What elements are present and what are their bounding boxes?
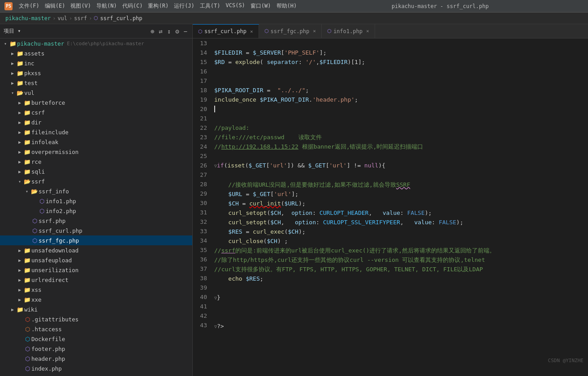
tree-item-ssrf-php[interactable]: ⬡ ssrf.php: [0, 216, 192, 226]
menu-refactor[interactable]: 重构(R): [148, 2, 169, 10]
tree-item-csrf[interactable]: ▶ 📁 csrf: [0, 107, 192, 117]
arrow-wiki: ▶: [9, 307, 16, 312]
tree-item-gitattributes[interactable]: ⬡ .gitattributes: [0, 314, 192, 324]
tree-item-dockerfile[interactable]: ⬡ Dockerfile: [0, 334, 192, 344]
code-line-41: [214, 303, 588, 312]
tree-item-ssrf[interactable]: ▾ 📂 ssrf: [0, 176, 192, 186]
folder-icon-test: 📁: [16, 80, 24, 86]
sidebar-collapse-icon[interactable]: ↕: [166, 27, 172, 36]
tree-label-vul: vul: [24, 90, 35, 96]
tree-label-ssrf-fgc: ssrf_fgc.php: [39, 237, 79, 244]
tree-item-footer[interactable]: ⬡ footer.php: [0, 344, 192, 354]
tree-label-info1: info1.php: [46, 198, 76, 205]
tree-item-info1[interactable]: ⬡ info1.php: [0, 196, 192, 206]
tab-ssrf-curl[interactable]: ⬡ ssrf_curl.php ×: [193, 24, 259, 38]
menu-tools[interactable]: 工具(T): [200, 2, 220, 10]
tree-item-vul[interactable]: ▾ 📂 vul: [0, 88, 192, 98]
breadcrumb-root[interactable]: pikachu-master: [5, 15, 51, 21]
tree-item-info2[interactable]: ⬡ info2.php: [0, 206, 192, 216]
folder-icon-urlredirect: 📁: [23, 277, 31, 283]
tree-item-xss[interactable]: ▶ 📁 xss: [0, 285, 192, 295]
sidebar-sync-icon[interactable]: ⇄: [157, 27, 164, 36]
menu-view[interactable]: 视图(V): [70, 2, 91, 10]
tree-item-ssrf-info[interactable]: ▾ 📂 ssrf_info: [0, 186, 192, 196]
tab-close-ssrf-fgc[interactable]: ×: [313, 28, 316, 34]
tree-item-burteforce[interactable]: ▶ 📁 burteforce: [0, 98, 192, 107]
menu-file[interactable]: 文件(F): [19, 2, 39, 10]
tree-item-index[interactable]: ⬡ index.php: [0, 363, 192, 373]
code-line-30: $CH = curl_init($URL);: [214, 199, 588, 208]
menu-window[interactable]: 窗口(W): [251, 2, 271, 10]
menu-code[interactable]: 代码(C): [122, 2, 143, 10]
tree-label-htaccess: .htaccess: [31, 326, 62, 333]
tree-label-urlredirect: urlredirect: [31, 277, 69, 283]
tree-item-infoleak[interactable]: ▶ 📁 infoleak: [0, 137, 192, 147]
tab-info1[interactable]: ⬡ info1.php ×: [322, 24, 375, 38]
code-line-20: [214, 104, 588, 114]
folder-icon-ssrf: 📂: [23, 178, 31, 185]
htaccess-icon: ⬡: [23, 326, 31, 333]
arrow-unsafedownload: ▶: [16, 248, 23, 253]
tree-item-sqli[interactable]: ▶ 📁 sqli: [0, 167, 192, 176]
tab-ssrf-fgc[interactable]: ⬡ ssrf_fgc.php ×: [259, 24, 322, 38]
menu-help[interactable]: 帮助(H): [277, 2, 297, 10]
arrow-urlredirect: ▶: [16, 278, 23, 282]
project-label: 项目 ▾: [4, 27, 147, 35]
tree-item-dir[interactable]: ▶ 📁 dir: [0, 117, 192, 127]
tree-label-gitattributes: .gitattributes: [31, 316, 78, 323]
tree-item-ssrf-fgc[interactable]: ⬡ ssrf_fgc.php: [0, 235, 192, 245]
tree-label-inc: inc: [24, 60, 35, 67]
sidebar-add-icon[interactable]: ⊕: [149, 27, 156, 36]
tree-item-htaccess[interactable]: ⬡ .htaccess: [0, 324, 192, 334]
code-content[interactable]: $FILEDIR = $_SERVER['PHP_SELF'];$RD = ex…: [211, 38, 588, 376]
folder-icon-rce: 📁: [23, 158, 31, 165]
tree-item-xxe[interactable]: ▶ 📁 xxe: [0, 295, 192, 304]
folder-icon-unserilization: 📁: [23, 267, 31, 273]
arrow-test: ▶: [9, 81, 16, 85]
code-line-15: $RD = explode( separator: '/',$FILEDIR)[…: [214, 57, 588, 67]
sidebar-minimize-icon[interactable]: −: [182, 27, 189, 36]
arrow-assets: ▶: [9, 51, 16, 56]
breadcrumb-ssrf[interactable]: ssrf: [74, 15, 87, 21]
breadcrumb-file[interactable]: ssrf_curl.php: [100, 15, 142, 21]
tree-item-test[interactable]: ▶ 📁 test: [0, 78, 192, 88]
tree-item-fileinclude[interactable]: ▶ 📁 fileinclude: [0, 127, 192, 137]
arrow-xss: ▶: [16, 287, 23, 292]
tab-close-ssrf-curl[interactable]: ×: [250, 29, 253, 34]
file-tree: ▾ 📁 pikachu-master E:\code\php\pikachu-m…: [0, 38, 192, 376]
arrow-vul: ▾: [9, 90, 16, 95]
tab-icon-ssrf-curl: ⬡: [198, 29, 203, 34]
code-line-14: $FILEDIR = $_SERVER['PHP_SELF'];: [214, 48, 588, 57]
code-line-38: echo $RES;: [214, 274, 588, 283]
tree-item-inc[interactable]: ▶ 📁 inc: [0, 58, 192, 68]
tree-item-unserilization[interactable]: ▶ 📁 unserilization: [0, 265, 192, 275]
sidebar-settings-icon[interactable]: ⚙: [174, 27, 180, 36]
menu-bar[interactable]: 文件(F) 编辑(E) 视图(V) 导航(N) 代码(C) 重构(R) 运行(J…: [19, 2, 297, 10]
tree-item-header[interactable]: ⬡ header.php: [0, 354, 192, 363]
tree-item-unsafedownload[interactable]: ▶ 📁 unsafedownload: [0, 245, 192, 255]
arrow-rce: ▶: [16, 159, 23, 164]
tree-item-rce[interactable]: ▶ 📁 rce: [0, 157, 192, 167]
menu-vcs[interactable]: VCS(S): [226, 2, 245, 10]
tree-item-pkxss[interactable]: ▶ 📁 pkxss: [0, 68, 192, 78]
tree-item-overpermission[interactable]: ▶ 📁 overpermission: [0, 147, 192, 157]
tree-item-unsafeupload[interactable]: ▶ 📁 unsafeupload: [0, 255, 192, 265]
folder-icon-dir: 📁: [23, 119, 31, 126]
menu-edit[interactable]: 编辑(E): [45, 2, 65, 10]
tree-item-root[interactable]: ▾ 📁 pikachu-master E:\code\php\pikachu-m…: [0, 38, 192, 48]
code-area: 13 14 15 16 17 18 19 20 21 22 23 24 25 2…: [193, 38, 588, 376]
tab-icon-info1: ⬡: [327, 28, 332, 34]
folder-icon-csrf: 📁: [23, 109, 31, 116]
tree-item-wiki[interactable]: ▶ 📁 wiki: [0, 304, 192, 314]
tab-bar: ⬡ ssrf_curl.php × ⬡ ssrf_fgc.php × ⬡ inf…: [193, 24, 588, 38]
menu-nav[interactable]: 导航(N): [96, 2, 117, 10]
tree-label-dir: dir: [31, 119, 42, 126]
tree-item-assets[interactable]: ▶ 📁 assets: [0, 48, 192, 58]
tree-item-urlredirect[interactable]: ▶ 📁 urlredirect: [0, 275, 192, 285]
tree-item-ssrf-curl[interactable]: ⬡ ssrf_curl.php: [0, 226, 192, 235]
tab-close-info1[interactable]: ×: [366, 28, 369, 34]
code-line-13: [214, 38, 588, 48]
breadcrumb-vul[interactable]: vul: [57, 15, 67, 21]
folder-icon-wiki: 📁: [16, 306, 24, 313]
menu-run[interactable]: 运行(J): [174, 2, 195, 10]
